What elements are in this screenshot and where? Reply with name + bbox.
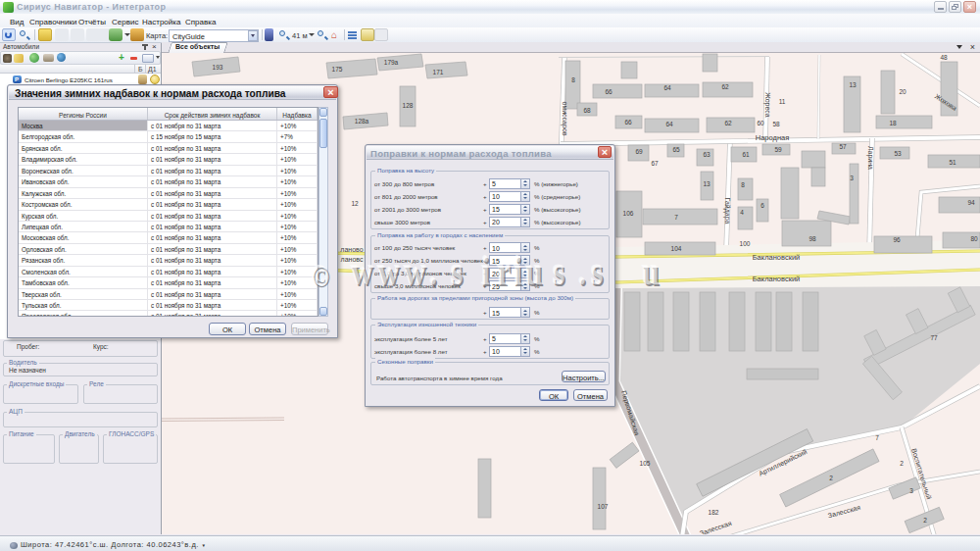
svg-text:48: 48 [940, 54, 948, 61]
svg-text:51: 51 [949, 159, 956, 166]
svg-text:Жореса: Жореса [763, 92, 771, 118]
svg-text:59: 59 [774, 146, 782, 153]
svg-text:77: 77 [930, 334, 938, 341]
svg-text:66: 66 [624, 119, 632, 125]
svg-text:57: 57 [839, 143, 847, 150]
svg-text:8: 8 [741, 181, 745, 188]
svg-text:11: 11 [779, 98, 786, 105]
svg-text:60: 60 [757, 120, 764, 126]
svg-text:94: 94 [967, 199, 975, 206]
svg-text:171: 171 [433, 69, 444, 75]
svg-text:3: 3 [909, 487, 913, 494]
svg-text:6: 6 [760, 202, 764, 209]
svg-text:7: 7 [875, 434, 879, 441]
svg-text:ланово: ланово [340, 246, 363, 253]
svg-text:20: 20 [899, 88, 906, 95]
svg-text:омиссаров: омиссаров [561, 101, 568, 135]
svg-text:96: 96 [893, 236, 901, 243]
svg-text:13: 13 [703, 180, 710, 187]
svg-text:Гайдара: Гайдара [723, 198, 731, 225]
svg-text:67: 67 [651, 160, 659, 167]
svg-text:69: 69 [635, 148, 643, 155]
svg-text:8: 8 [571, 76, 575, 83]
svg-text:Залесская: Залесская [699, 520, 733, 534]
svg-text:Баклановский: Баклановский [753, 253, 801, 262]
svg-text:106: 106 [623, 210, 634, 217]
svg-text:4: 4 [740, 209, 744, 216]
svg-text:68: 68 [583, 107, 591, 114]
svg-text:175: 175 [332, 66, 343, 73]
svg-text:80: 80 [970, 235, 978, 242]
svg-text:Народная: Народная [756, 133, 790, 142]
svg-text:64: 64 [665, 121, 673, 127]
svg-text:12: 12 [351, 200, 359, 207]
svg-text:100: 100 [740, 240, 751, 247]
svg-text:2: 2 [829, 475, 833, 481]
svg-text:13: 13 [849, 81, 857, 88]
svg-text:64: 64 [663, 84, 671, 91]
svg-text:193: 193 [213, 64, 223, 71]
svg-text:лановс: лановс [341, 256, 364, 263]
svg-text:Баклановский: Баклановский [753, 275, 801, 283]
svg-text:66: 66 [605, 88, 612, 95]
svg-text:58: 58 [772, 121, 780, 127]
svg-text:105: 105 [640, 460, 651, 467]
svg-text:2: 2 [900, 460, 904, 467]
svg-text:128а: 128а [355, 118, 369, 125]
svg-text:107: 107 [598, 503, 609, 510]
svg-text:128: 128 [403, 102, 414, 109]
svg-text:63: 63 [703, 151, 710, 158]
svg-text:65: 65 [672, 146, 680, 153]
svg-text:3: 3 [850, 175, 854, 181]
svg-text:18: 18 [889, 120, 897, 126]
svg-text:62: 62 [724, 120, 732, 126]
svg-text:Ларина: Ларина [866, 146, 874, 170]
svg-text:98: 98 [808, 235, 816, 242]
svg-text:2: 2 [923, 517, 927, 524]
svg-text:62: 62 [721, 83, 729, 90]
svg-text:179а: 179а [384, 59, 399, 66]
svg-text:7: 7 [674, 214, 678, 221]
svg-text:53: 53 [894, 150, 902, 157]
svg-text:182: 182 [709, 509, 719, 516]
svg-text:61: 61 [742, 151, 750, 158]
svg-text:104: 104 [671, 245, 682, 252]
